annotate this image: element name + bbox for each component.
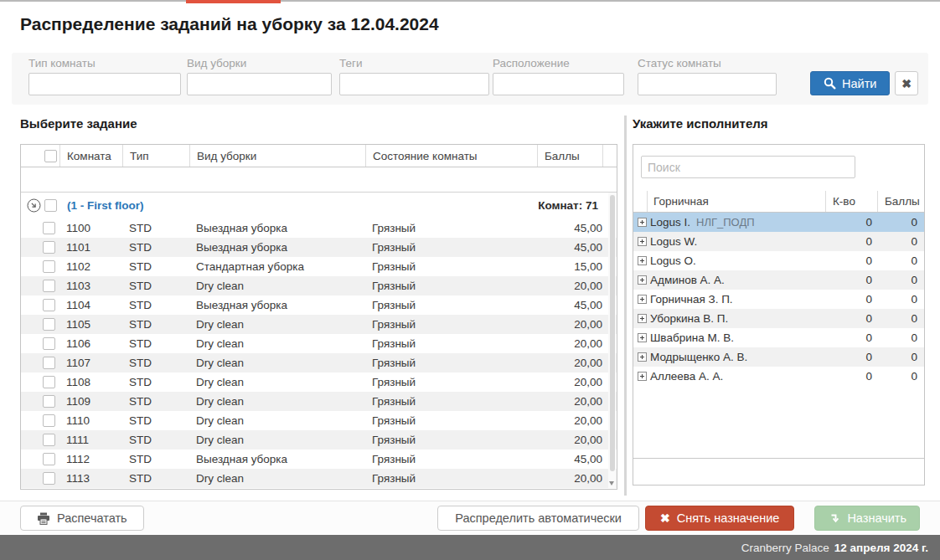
header-cell-room[interactable]: Комната xyxy=(59,145,122,167)
filter-label: Теги xyxy=(339,57,489,69)
task-cell-points: 45,00 xyxy=(537,218,602,238)
assignee-search-input[interactable] xyxy=(641,156,855,178)
task-row[interactable]: 1103 STD Dry clean Грязный 20,00 xyxy=(21,276,617,295)
tasks-filter-row xyxy=(21,167,617,193)
header-cell-maid[interactable]: Горничная xyxy=(647,191,825,212)
task-cell-state: Грязный xyxy=(365,392,537,411)
expand-icon[interactable] xyxy=(638,352,647,362)
maid-row[interactable]: Швабрина М. В. 0 0 xyxy=(633,328,924,347)
task-row[interactable]: 1104 STD Выездная уборка Грязный 45,00 xyxy=(21,295,617,315)
scroll-down-arrow-icon[interactable] xyxy=(609,481,614,486)
expand-icon[interactable] xyxy=(638,237,647,246)
task-cell-state: Грязный xyxy=(365,276,537,295)
maid-name: Logus I. xyxy=(650,216,690,229)
tasks-heading: Выберите задание xyxy=(20,116,137,131)
expand-icon[interactable] xyxy=(638,314,647,323)
unassign-button[interactable]: ✖ Снять назначение xyxy=(645,506,794,531)
task-cell-cleaning: Dry clean xyxy=(189,315,365,334)
maid-cell-points: 0 xyxy=(877,347,924,367)
row-checkbox[interactable] xyxy=(43,260,55,273)
group-checkbox[interactable] xyxy=(44,199,57,212)
maid-row[interactable]: Logus I.НЛГ_ПОДП 0 0 xyxy=(633,213,924,232)
header-cell-maid-points[interactable]: Баллы xyxy=(877,191,924,212)
row-checkbox[interactable] xyxy=(43,434,55,446)
expand-icon[interactable] xyxy=(638,372,647,381)
row-checkbox[interactable] xyxy=(43,357,55,369)
row-checkbox[interactable] xyxy=(43,318,55,331)
expand-icon[interactable] xyxy=(638,295,647,304)
row-checkbox[interactable] xyxy=(43,280,55,292)
task-row[interactable]: 1108 STD Dry clean Грязный 20,00 xyxy=(21,372,617,392)
maid-row[interactable]: Аллеева А. А. 0 0 xyxy=(633,367,924,386)
header-cell-cleaning[interactable]: Вид уборки xyxy=(189,145,365,167)
task-cell-type: STD xyxy=(122,315,189,334)
group-label[interactable]: (1 - First floor) xyxy=(67,199,144,212)
tasks-scrollbar[interactable] xyxy=(608,193,616,488)
task-cell-type: STD xyxy=(122,276,189,295)
room-status-input[interactable] xyxy=(638,73,777,95)
maid-row[interactable]: Админов А. А. 0 0 xyxy=(633,270,924,290)
expand-icon[interactable] xyxy=(638,275,647,285)
task-cell-points: 45,00 xyxy=(537,295,602,315)
row-checkbox[interactable] xyxy=(43,299,55,311)
search-button[interactable]: Найти xyxy=(810,71,890,95)
expand-icon[interactable] xyxy=(638,256,647,265)
maid-row[interactable]: Logus O. 0 0 xyxy=(633,251,924,270)
room-type-input[interactable] xyxy=(28,73,181,95)
tags-input[interactable] xyxy=(339,73,489,95)
row-checkbox[interactable] xyxy=(43,337,55,350)
task-cell-select xyxy=(21,469,59,488)
tasks-scrollbar-thumb[interactable] xyxy=(610,195,615,471)
maid-row[interactable]: Logus W. 0 0 xyxy=(633,232,924,251)
row-checkbox[interactable] xyxy=(43,414,55,427)
header-cell-state[interactable]: Состояние комнаты xyxy=(365,145,537,167)
expand-icon[interactable] xyxy=(638,218,647,227)
assignees-table-header: Горничная К-во Баллы xyxy=(633,191,924,213)
task-row[interactable]: 1107 STD Dry clean Грязный 20,00 xyxy=(21,353,617,372)
task-row[interactable]: 1106 STD Dry clean Грязный 20,00 xyxy=(21,334,617,353)
assignees-panel-footer xyxy=(633,458,924,485)
select-all-checkbox[interactable] xyxy=(44,150,57,162)
maid-name: Швабрина М. В. xyxy=(650,331,734,344)
task-cell-cleaning: Выездная уборка xyxy=(189,238,365,257)
row-checkbox[interactable] xyxy=(43,395,55,408)
task-row[interactable]: 1113 STD Dry clean Грязный 20,00 xyxy=(21,469,617,488)
cleaning-type-input[interactable] xyxy=(187,73,332,95)
location-input[interactable] xyxy=(493,73,624,95)
task-row[interactable]: 1105 STD Dry clean Грязный 20,00 xyxy=(21,315,617,334)
collapse-group-icon[interactable] xyxy=(27,198,41,213)
task-row[interactable]: 1111 STD Dry clean Грязный 20,00 xyxy=(21,430,617,450)
task-row[interactable]: 1110 STD Dry clean Грязный 20,00 xyxy=(21,411,617,430)
task-cell-state: Грязный xyxy=(365,295,537,315)
maid-cell-points: 0 xyxy=(877,232,924,251)
task-cell-points: 20,00 xyxy=(537,353,602,372)
task-cell-select xyxy=(21,430,59,450)
task-row[interactable]: 1102 STD Стандартная уборка Грязный 15,0… xyxy=(21,257,617,276)
task-row[interactable]: 1100 STD Выездная уборка Грязный 45,00 xyxy=(21,218,617,238)
row-checkbox[interactable] xyxy=(43,241,55,254)
header-cell-type[interactable]: Тип xyxy=(122,145,189,167)
maid-row[interactable]: Модрыщенко А. В. 0 0 xyxy=(633,347,924,367)
print-button[interactable]: Распечатать xyxy=(20,506,144,531)
row-checkbox[interactable] xyxy=(43,222,55,234)
auto-assign-button[interactable]: Распределить автоматически xyxy=(437,506,639,531)
task-cell-room: 1103 xyxy=(59,276,122,295)
group-row-first-floor[interactable]: (1 - First floor) Комнат: 71 xyxy=(21,193,617,218)
assign-button[interactable]: Назначить xyxy=(814,506,920,531)
maid-row[interactable]: Горничная З. П. 0 0 xyxy=(633,290,924,309)
row-checkbox[interactable] xyxy=(43,472,55,485)
task-row[interactable]: 1109 STD Dry clean Грязный 20,00 xyxy=(21,392,617,411)
maid-row[interactable]: Уборкина В. П. 0 0 xyxy=(633,309,924,328)
row-checkbox[interactable] xyxy=(43,453,55,465)
task-row[interactable]: 1101 STD Выездная уборка Грязный 45,00 xyxy=(21,238,617,257)
header-cell-points[interactable]: Баллы xyxy=(537,145,602,167)
maid-cell-points: 0 xyxy=(877,213,924,232)
clear-filters-button[interactable]: ✖ xyxy=(895,71,918,95)
expand-icon[interactable] xyxy=(638,333,647,342)
filter-label: Расположение xyxy=(493,57,624,69)
task-row[interactable]: 1112 STD Выездная уборка Грязный 45,00 xyxy=(21,450,617,469)
row-checkbox[interactable] xyxy=(43,376,55,388)
task-cell-room: 1112 xyxy=(59,450,122,469)
header-cell-count[interactable]: К-во xyxy=(825,191,877,212)
maid-name: Аллеева А. А. xyxy=(650,370,723,383)
